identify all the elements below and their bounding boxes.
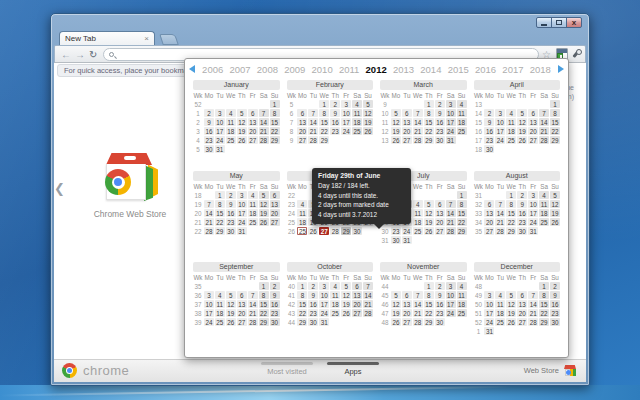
day-september-5[interactable]: 5 (226, 291, 236, 299)
day-february-7[interactable]: 7 (308, 109, 318, 117)
day-february-11[interactable]: 11 (352, 109, 362, 117)
day-may-14[interactable]: 14 (204, 209, 214, 217)
day-november-29[interactable]: 29 (424, 318, 434, 326)
day-october-14[interactable]: 14 (363, 291, 373, 299)
day-july-21[interactable]: 21 (446, 218, 456, 226)
day-january-26[interactable]: 26 (237, 136, 247, 144)
day-april-26[interactable]: 26 (517, 136, 527, 144)
day-july-5[interactable]: 5 (424, 200, 434, 208)
maximize-button[interactable] (551, 17, 567, 28)
day-december-19[interactable]: 19 (506, 309, 516, 317)
day-september-30[interactable]: 30 (270, 318, 280, 326)
day-april-19[interactable]: 19 (517, 127, 527, 135)
day-march-5[interactable]: 5 (391, 109, 401, 117)
year-2008[interactable]: 2008 (257, 64, 278, 75)
day-august-23[interactable]: 23 (517, 218, 527, 226)
day-october-29[interactable]: 29 (297, 318, 307, 326)
day-february-24[interactable]: 24 (341, 127, 351, 135)
day-march-4[interactable]: 4 (457, 100, 467, 108)
tab-close-icon[interactable]: × (144, 35, 149, 43)
day-may-5[interactable]: 5 (259, 191, 269, 199)
day-april-15[interactable]: 15 (550, 118, 560, 126)
day-july-1[interactable]: 1 (457, 191, 467, 199)
day-march-12[interactable]: 12 (391, 118, 401, 126)
day-october-10[interactable]: 10 (319, 291, 329, 299)
day-april-9[interactable]: 9 (484, 118, 494, 126)
day-october-28[interactable]: 28 (363, 309, 373, 317)
minimize-button[interactable] (536, 17, 552, 28)
day-march-20[interactable]: 20 (402, 127, 412, 135)
day-march-17[interactable]: 17 (446, 118, 456, 126)
day-september-26[interactable]: 26 (226, 318, 236, 326)
day-november-12[interactable]: 12 (391, 300, 401, 308)
day-july-15[interactable]: 15 (457, 209, 467, 217)
day-january-28[interactable]: 28 (259, 136, 269, 144)
day-june-11[interactable]: 11 (297, 209, 307, 217)
year-2012[interactable]: 2012 (366, 64, 387, 75)
day-august-6[interactable]: 6 (484, 200, 494, 208)
year-2015[interactable]: 2015 (448, 64, 469, 75)
day-july-12[interactable]: 12 (424, 209, 434, 217)
day-december-15[interactable]: 15 (539, 300, 549, 308)
day-december-7[interactable]: 7 (528, 291, 538, 299)
day-may-17[interactable]: 17 (237, 209, 247, 217)
day-may-15[interactable]: 15 (215, 209, 225, 217)
day-march-15[interactable]: 15 (424, 118, 434, 126)
day-october-30[interactable]: 30 (308, 318, 318, 326)
day-march-14[interactable]: 14 (413, 118, 423, 126)
day-december-24[interactable]: 24 (484, 318, 494, 326)
day-september-20[interactable]: 20 (237, 309, 247, 317)
day-january-21[interactable]: 21 (259, 127, 269, 135)
day-december-21[interactable]: 21 (528, 309, 538, 317)
day-january-11[interactable]: 11 (226, 118, 236, 126)
day-march-23[interactable]: 23 (435, 127, 445, 135)
day-august-3[interactable]: 3 (528, 191, 538, 199)
day-march-26[interactable]: 26 (391, 136, 401, 144)
footer-tab-apps[interactable]: Apps (327, 360, 379, 382)
day-may-6[interactable]: 6 (270, 191, 280, 199)
day-february-19[interactable]: 19 (363, 118, 373, 126)
day-april-8[interactable]: 8 (550, 109, 560, 117)
day-december-27[interactable]: 27 (517, 318, 527, 326)
day-april-10[interactable]: 10 (495, 118, 505, 126)
day-november-17[interactable]: 17 (446, 300, 456, 308)
day-march-27[interactable]: 27 (402, 136, 412, 144)
day-february-14[interactable]: 14 (308, 118, 318, 126)
day-march-18[interactable]: 18 (457, 118, 467, 126)
day-february-2[interactable]: 2 (330, 100, 340, 108)
day-march-6[interactable]: 6 (402, 109, 412, 117)
day-august-20[interactable]: 20 (484, 218, 494, 226)
year-2018[interactable]: 2018 (530, 64, 551, 75)
day-may-20[interactable]: 20 (270, 209, 280, 217)
day-october-8[interactable]: 8 (297, 291, 307, 299)
day-february-22[interactable]: 22 (319, 127, 329, 135)
day-april-21[interactable]: 21 (539, 127, 549, 135)
day-august-5[interactable]: 5 (550, 191, 560, 199)
day-september-24[interactable]: 24 (204, 318, 214, 326)
day-august-19[interactable]: 19 (550, 209, 560, 217)
day-september-17[interactable]: 17 (204, 309, 214, 317)
day-may-29[interactable]: 29 (215, 227, 225, 235)
day-september-9[interactable]: 9 (270, 291, 280, 299)
day-february-16[interactable]: 16 (330, 118, 340, 126)
day-september-18[interactable]: 18 (215, 309, 225, 317)
day-november-27[interactable]: 27 (402, 318, 412, 326)
day-january-7[interactable]: 7 (259, 109, 269, 117)
day-may-21[interactable]: 21 (204, 218, 214, 226)
day-august-11[interactable]: 11 (539, 200, 549, 208)
day-december-23[interactable]: 23 (550, 309, 560, 317)
year-2017[interactable]: 2017 (502, 64, 523, 75)
day-november-22[interactable]: 22 (424, 309, 434, 317)
day-january-15[interactable]: 15 (270, 118, 280, 126)
day-march-8[interactable]: 8 (424, 109, 434, 117)
wrench-menu-icon[interactable] (571, 49, 581, 59)
day-march-24[interactable]: 24 (446, 127, 456, 135)
day-july-28[interactable]: 28 (446, 227, 456, 235)
year-2016[interactable]: 2016 (475, 64, 496, 75)
day-april-3[interactable]: 3 (495, 109, 505, 117)
day-april-28[interactable]: 28 (539, 136, 549, 144)
day-september-10[interactable]: 10 (204, 300, 214, 308)
day-december-8[interactable]: 8 (539, 291, 549, 299)
day-november-15[interactable]: 15 (424, 300, 434, 308)
day-december-17[interactable]: 17 (484, 309, 494, 317)
